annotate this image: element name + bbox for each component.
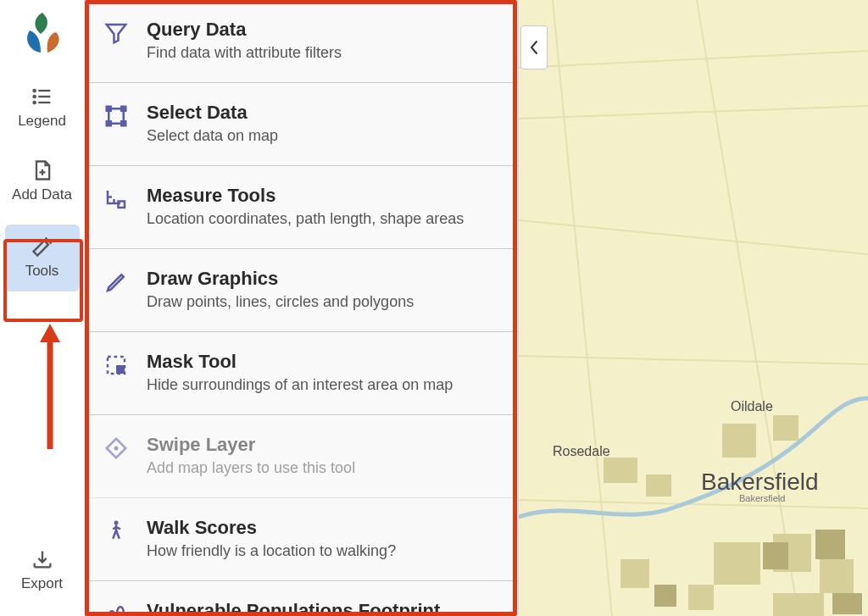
svg-rect-41 [763,542,788,569]
svg-rect-42 [815,530,845,559]
map-canvas[interactable]: Oildale Rosedale Bakersfield Bakersfield [519,0,868,616]
tool-query-data-desc: Find data with attribute filters [147,44,342,62]
svg-rect-44 [654,585,676,607]
mask-icon [103,352,130,380]
tool-walk-title: Walk Scores [147,517,396,539]
nav-export-label: Export [21,576,63,592]
svg-point-0 [33,90,35,92]
svg-point-19 [114,447,119,451]
tool-walk-desc: How friendly is a location to walking? [147,542,396,560]
nav-add-data-label: Add Data [12,187,72,203]
collapse-panel-button[interactable] [520,25,548,69]
tools-icon [31,235,54,258]
download-icon [31,547,54,571]
nav-tools-label: Tools [25,264,59,280]
funnel-icon [103,20,130,47]
tool-select-data-desc: Select data on map [147,127,278,145]
nav-export[interactable]: Export [5,537,80,604]
svg-rect-31 [604,458,637,483]
tool-draw-title: Draw Graphics [147,268,414,290]
tool-select-data[interactable]: Select Data Select data on map [86,83,518,166]
tool-mask-desc: Hide surroundings of an interest area on… [147,376,453,394]
footprint-icon [103,602,130,616]
annotation-arrow-icon [37,324,63,451]
svg-rect-43 [832,593,862,614]
svg-rect-40 [688,585,714,610]
tool-vulnerable-populations[interactable]: Vulnerable Populations Footprint [86,581,518,616]
svg-rect-37 [820,559,854,593]
tool-select-data-title: Select Data [147,102,278,124]
tool-measure[interactable]: Measure Tools Location coordinates, path… [86,166,518,249]
svg-rect-13 [107,121,111,125]
svg-point-2 [33,96,35,97]
tool-draw-desc: Draw points, lines, circles and polygons [147,293,414,311]
svg-point-22 [117,607,124,616]
map-label-oildale: Oildale [731,399,773,413]
map-label-bakersfield: Bakersfield [701,469,819,495]
svg-rect-15 [119,202,125,208]
tool-measure-title: Measure Tools [147,185,464,207]
nav-add-data[interactable]: Add Data [5,148,80,215]
svg-point-20 [114,521,119,525]
map-label-rosedale: Rosedale [553,444,610,458]
tool-walk-scores[interactable]: Walk Scores How friendly is a location t… [86,498,518,581]
svg-rect-35 [714,542,760,585]
chevron-left-icon [529,40,539,55]
tool-swipe-title: Swipe Layer [147,434,355,456]
svg-rect-32 [646,474,671,497]
tools-panel-container: Query Data Find data with attribute filt… [85,0,519,616]
map-label-bakersfield-sub: Bakersfield [739,493,785,503]
tool-swipe-desc: Add map layers to use this tool [147,459,355,477]
tool-draw[interactable]: Draw Graphics Draw points, lines, circle… [86,249,518,332]
svg-rect-12 [121,107,125,111]
walk-icon [103,519,130,546]
tool-query-data-title: Query Data [147,19,342,41]
svg-rect-39 [773,593,824,616]
app-logo [17,8,68,59]
ruler-icon [103,186,130,214]
tool-mask-title: Mask Tool [147,351,453,373]
svg-rect-38 [620,559,649,588]
tool-measure-desc: Location coordinates, path length, shape… [147,210,464,228]
svg-rect-14 [121,121,125,125]
svg-point-4 [33,102,35,103]
nav-legend[interactable]: Legend [5,75,80,142]
sidebar-nav: Legend Add Data Tools Export [0,0,85,616]
list-icon [31,85,54,108]
swipe-icon [103,436,130,463]
tool-vuln-title: Vulnerable Populations Footprint [147,600,440,616]
svg-point-21 [108,611,115,616]
tool-mask[interactable]: Mask Tool Hide surroundings of an intere… [86,332,518,415]
svg-rect-11 [107,107,111,111]
nav-tools[interactable]: Tools [5,225,80,291]
svg-rect-33 [722,424,756,458]
tools-panel: Query Data Find data with attribute filt… [85,0,519,616]
svg-rect-34 [773,415,798,441]
svg-rect-17 [116,365,125,374]
tool-query-data[interactable]: Query Data Find data with attribute filt… [86,0,518,83]
svg-rect-23 [519,0,868,616]
pencil-icon [103,269,130,297]
nav-legend-label: Legend [18,114,66,130]
tool-swipe-layer: Swipe Layer Add map layers to use this t… [86,415,518,498]
bounding-box-icon [103,103,130,130]
file-plus-icon [31,158,54,182]
svg-marker-9 [40,324,60,342]
